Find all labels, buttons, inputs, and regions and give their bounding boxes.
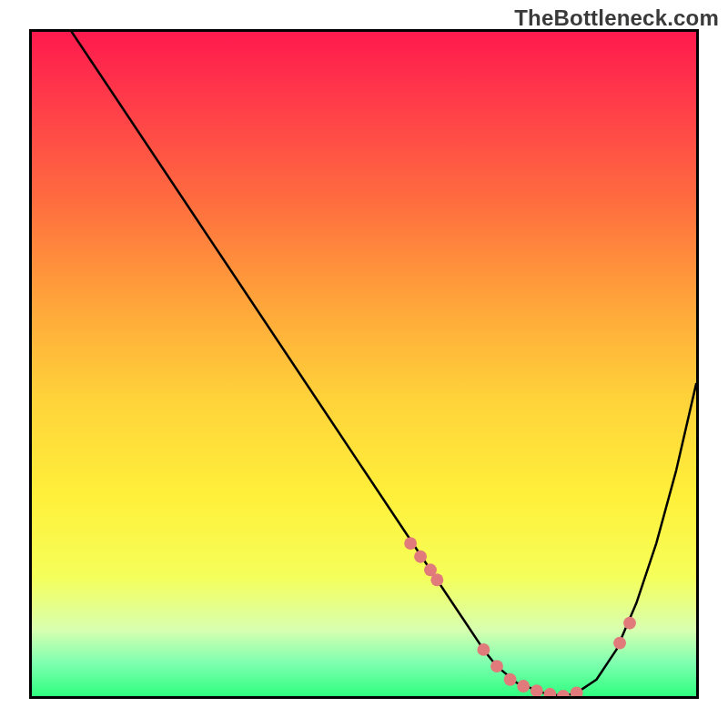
highlight-point <box>517 680 530 693</box>
highlight-point <box>477 643 490 656</box>
highlight-point <box>414 551 427 563</box>
highlight-point <box>557 690 570 696</box>
highlight-point <box>543 688 556 696</box>
highlight-point <box>430 573 443 586</box>
highlight-point <box>504 673 517 686</box>
watermark-text: TheBottleneck.com <box>514 5 719 31</box>
highlight-point <box>490 660 503 672</box>
highlight-point <box>571 686 583 696</box>
highlight-point <box>531 684 543 696</box>
chart-container: TheBottleneck.com <box>0 0 728 728</box>
bottleneck-curve <box>72 32 696 696</box>
highlight-point <box>613 637 626 650</box>
highlight-point <box>404 537 417 550</box>
curve-overlay <box>32 32 696 696</box>
highlight-point <box>623 617 636 630</box>
plot-area <box>29 29 699 699</box>
